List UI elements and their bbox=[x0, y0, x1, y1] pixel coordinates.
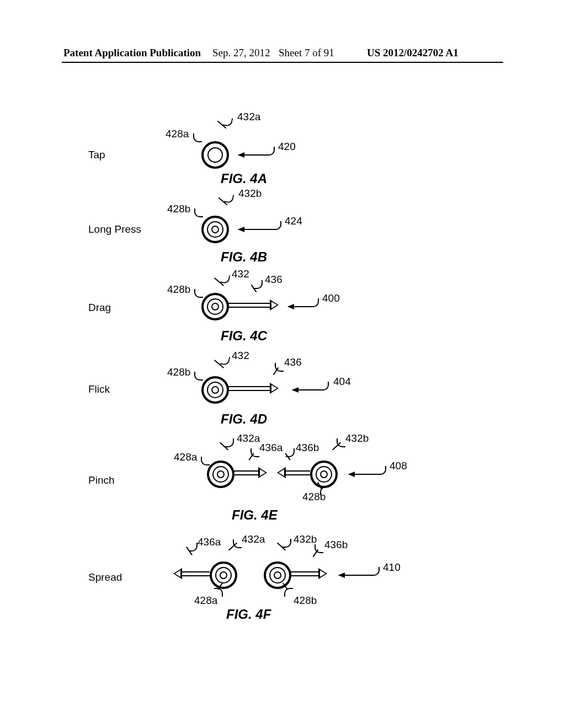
leader-hook-icon bbox=[189, 543, 198, 552]
document-number: US 2012/0242702 A1 bbox=[367, 47, 459, 59]
tap-gesture-icon bbox=[201, 141, 229, 169]
fig-caption-4b: FIG. 4B bbox=[221, 249, 267, 265]
leader-hook-icon bbox=[201, 457, 210, 465]
ref-436b: 436b bbox=[324, 539, 348, 551]
ref-432: 432 bbox=[232, 350, 249, 362]
leader-hook-icon bbox=[310, 298, 319, 307]
pointer-arrow-icon bbox=[238, 154, 266, 156]
fig-caption-4d: FIG. 4D bbox=[221, 411, 267, 427]
spread-left-arrow-icon bbox=[174, 571, 210, 577]
gesture-label-flick: Flick bbox=[88, 383, 110, 395]
ref-436a: 436a bbox=[198, 536, 221, 548]
ref-436: 436 bbox=[284, 356, 302, 368]
ref-428b: 428b bbox=[294, 595, 317, 607]
ref-428b: 428b bbox=[167, 203, 190, 215]
pinch-left-arrow-icon bbox=[278, 470, 310, 476]
ref-436: 436 bbox=[265, 274, 282, 286]
publication-date: Sep. 27, 2012 bbox=[212, 47, 270, 59]
ref-432a: 432a bbox=[237, 432, 260, 445]
header-rule bbox=[62, 62, 503, 63]
gesture-label-tap: Tap bbox=[88, 149, 105, 161]
leader-hook-icon bbox=[371, 567, 380, 576]
pinch-left-icon bbox=[207, 461, 234, 488]
pinch-right-arrow-icon bbox=[234, 470, 266, 476]
leader-hook-icon bbox=[194, 208, 203, 217]
ref-410: 410 bbox=[383, 561, 401, 574]
flick-origin-icon bbox=[201, 376, 229, 404]
leader-hook-icon bbox=[194, 289, 203, 298]
pointer-arrow-icon bbox=[292, 389, 320, 390]
ref-428b: 428b bbox=[167, 366, 190, 378]
ref-432b: 432b bbox=[238, 188, 262, 200]
long-press-gesture-icon bbox=[201, 216, 229, 243]
gesture-label-pinch: Pinch bbox=[88, 474, 115, 486]
pinch-right-icon bbox=[310, 461, 338, 488]
leader-hook-icon bbox=[320, 382, 329, 390]
leader-hook-icon bbox=[194, 372, 203, 381]
leader-hook-icon bbox=[273, 221, 281, 230]
ref-436b: 436b bbox=[296, 442, 319, 454]
leader-hook-icon bbox=[220, 356, 231, 366]
drag-origin-icon bbox=[201, 293, 229, 320]
leader-hook-icon bbox=[282, 539, 291, 548]
leader-hook-icon bbox=[193, 133, 202, 142]
ref-432a: 432a bbox=[237, 111, 260, 123]
spread-left-icon bbox=[210, 561, 237, 589]
fig-caption-4f: FIG. 4F bbox=[226, 607, 271, 622]
leader-hook-icon bbox=[266, 147, 275, 156]
flick-motion-arrow-icon bbox=[228, 386, 278, 392]
ref-424: 424 bbox=[285, 215, 302, 227]
ref-428a: 428a bbox=[166, 128, 189, 140]
ref-400: 400 bbox=[322, 292, 340, 304]
ref-428b: 428b bbox=[167, 283, 190, 296]
ref-404: 404 bbox=[333, 376, 351, 388]
pointer-arrow-icon bbox=[339, 575, 371, 576]
sheet-number: Sheet 7 of 91 bbox=[279, 47, 334, 59]
drag-motion-arrow-icon bbox=[228, 303, 278, 308]
fig-caption-4a: FIG. 4A bbox=[221, 171, 267, 186]
fig-caption-4c: FIG. 4C bbox=[221, 328, 267, 344]
pointer-arrow-icon bbox=[288, 306, 310, 307]
leader-hook-icon bbox=[377, 466, 386, 475]
ref-432: 432 bbox=[232, 268, 249, 280]
spread-right-icon bbox=[264, 561, 291, 589]
leader-hook-icon bbox=[284, 588, 293, 597]
ref-428a: 428a bbox=[174, 451, 197, 463]
ref-432a: 432a bbox=[242, 533, 265, 545]
gesture-label-drag: Drag bbox=[88, 302, 111, 314]
pointer-arrow-icon bbox=[349, 474, 377, 475]
leader-hook-icon bbox=[320, 486, 329, 495]
gesture-label-spread: Spread bbox=[88, 571, 122, 584]
spread-right-arrow-icon bbox=[291, 571, 326, 577]
ref-432b: 432b bbox=[345, 432, 369, 445]
publication-title: Patent Application Publication bbox=[63, 47, 201, 59]
ref-432b: 432b bbox=[294, 533, 317, 545]
gesture-label-long-press: Long Press bbox=[88, 223, 141, 235]
ref-436a: 436a bbox=[259, 442, 282, 454]
fig-caption-4e: FIG. 4E bbox=[232, 507, 278, 523]
ref-420: 420 bbox=[278, 141, 296, 153]
leader-hook-icon bbox=[225, 438, 234, 447]
ref-408: 408 bbox=[390, 460, 407, 472]
pointer-arrow-icon bbox=[238, 229, 273, 230]
leader-hook-icon bbox=[254, 280, 263, 289]
